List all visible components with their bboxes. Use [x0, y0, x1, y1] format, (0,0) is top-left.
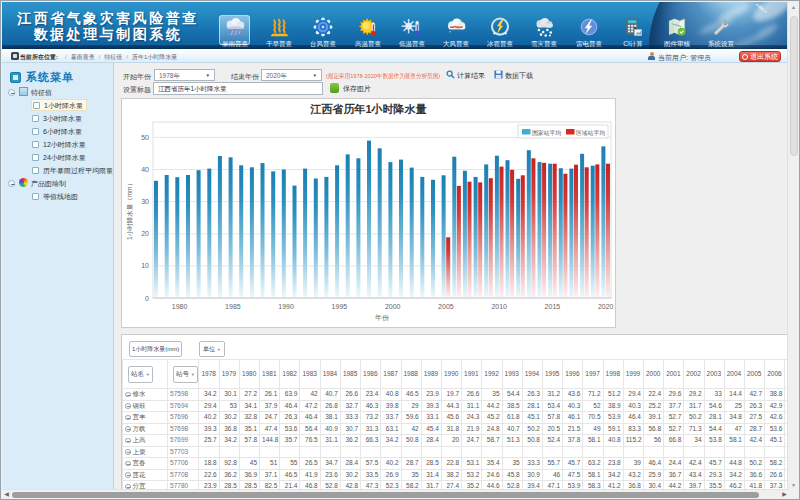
- svg-text:2000: 2000: [385, 303, 401, 310]
- svg-text:国家站平均: 国家站平均: [532, 129, 561, 137]
- svg-text:1995: 1995: [332, 303, 348, 310]
- svg-text:年份: 年份: [375, 314, 390, 322]
- svg-text:20: 20: [141, 230, 149, 237]
- svg-text:40: 40: [141, 166, 149, 173]
- svg-text:2010: 2010: [491, 303, 507, 310]
- svg-text:1980: 1980: [172, 303, 188, 310]
- svg-text:1985: 1985: [225, 303, 241, 310]
- svg-text:2005: 2005: [438, 303, 454, 310]
- svg-text:10: 10: [141, 262, 149, 269]
- svg-text:区域站平均: 区域站平均: [576, 129, 605, 137]
- svg-text:30: 30: [141, 198, 149, 205]
- svg-text:2020: 2020: [598, 303, 614, 310]
- svg-text:1小时降水量（mm）: 1小时降水量（mm）: [126, 180, 134, 240]
- svg-text:50: 50: [141, 134, 149, 141]
- svg-text:1990: 1990: [278, 303, 294, 310]
- svg-text:0: 0: [145, 295, 149, 302]
- svg-text:2015: 2015: [545, 303, 561, 310]
